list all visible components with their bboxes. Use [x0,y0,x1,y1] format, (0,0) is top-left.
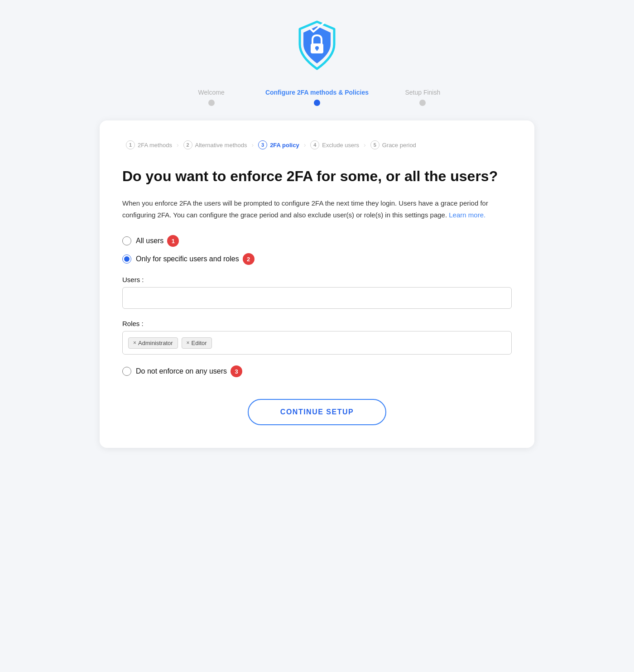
radio-all-users-label: All users [136,237,163,245]
page-title: Do you want to enforce 2FA for some, or … [122,168,512,185]
tag-editor-remove[interactable]: × [187,340,190,346]
continue-setup-button[interactable]: CONTINUE SETUP [248,399,386,425]
sub-step-alternative[interactable]: 2 Alternative methods [180,139,251,151]
wizard-step-finish-label: Setup Finish [405,89,440,96]
continue-btn-wrapper: CONTINUE SETUP [122,399,512,425]
sub-step-sep-4: › [363,141,367,149]
wizard-step-configure-dot [314,100,320,106]
sub-step-label-3: 2FA policy [270,142,299,149]
radio-no-enforce[interactable]: Do not enforce on any users 3 [122,365,512,377]
radio-specific-users-label: Only for specific users and roles [136,255,239,263]
sub-step-sep-3: › [303,141,307,149]
radio-no-enforce-input[interactable] [122,367,131,376]
tag-administrator-remove[interactable]: × [133,340,136,346]
sub-step-exclude-users[interactable]: 4 Exclude users [307,139,363,151]
badge-2: 2 [243,253,255,265]
sub-step-num-4: 4 [310,140,319,149]
radio-specific-users[interactable]: Only for specific users and roles 2 [122,253,512,265]
users-input[interactable] [122,287,512,309]
roles-tags-input[interactable]: × Administrator × Editor [122,331,512,355]
badge-3: 3 [231,365,242,377]
sub-step-2fa-policy[interactable]: 3 2FA policy [255,139,303,151]
radio-no-enforce-label: Do not enforce on any users [136,367,227,375]
wizard-step-finish: Setup Finish [370,89,476,106]
sub-step-label-5: Grace period [382,142,416,149]
sub-step-label-1: 2FA methods [138,142,172,149]
wizard-step-finish-dot [419,100,426,106]
sub-step-num-5: 5 [370,140,379,149]
radio-specific-users-input[interactable] [122,254,131,264]
roles-field-label: Roles : [122,320,512,327]
tag-administrator[interactable]: × Administrator [128,337,178,349]
sub-step-grace-period[interactable]: 5 Grace period [367,139,420,151]
users-field-section: Users : [122,276,512,309]
svg-rect-2 [317,48,318,51]
roles-field-section: Roles : × Administrator × Editor [122,320,512,355]
wizard-steps: Welcome Configure 2FA methods & Policies… [158,89,476,106]
wizard-step-configure-label: Configure 2FA methods & Policies [265,89,369,96]
main-card: 1 2FA methods › 2 Alternative methods › … [100,120,534,448]
wizard-step-welcome-dot [208,100,215,106]
wizard-step-configure: Configure 2FA methods & Policies [264,89,370,106]
sub-step-sep-1: › [176,141,180,149]
tag-administrator-label: Administrator [138,340,173,346]
radio-all-users[interactable]: All users 1 [122,235,512,247]
sub-step-label-4: Exclude users [322,142,359,149]
description-main: When you enforce 2FA the users will be p… [122,199,488,219]
users-field-label: Users : [122,276,512,283]
sub-step-num-2: 2 [183,140,192,149]
sub-step-num-1: 1 [126,140,135,149]
description-text: When you enforce 2FA the users will be p… [122,197,512,221]
tag-editor[interactable]: × Editor [182,337,212,349]
sub-step-2fa-methods[interactable]: 1 2FA methods [122,139,176,151]
shield-logo-icon [294,18,340,72]
tag-editor-label: Editor [192,340,207,346]
sub-step-num-3: 3 [258,140,267,149]
sub-step-label-2: Alternative methods [195,142,247,149]
wizard-step-welcome-label: Welcome [198,89,225,96]
learn-more-link[interactable]: Learn more. [449,211,485,219]
sub-step-sep-2: › [250,141,255,149]
logo-area [294,18,340,72]
wizard-step-welcome: Welcome [158,89,264,106]
badge-1: 1 [167,235,179,247]
radio-all-users-input[interactable] [122,236,131,245]
sub-steps-nav: 1 2FA methods › 2 Alternative methods › … [122,139,512,151]
